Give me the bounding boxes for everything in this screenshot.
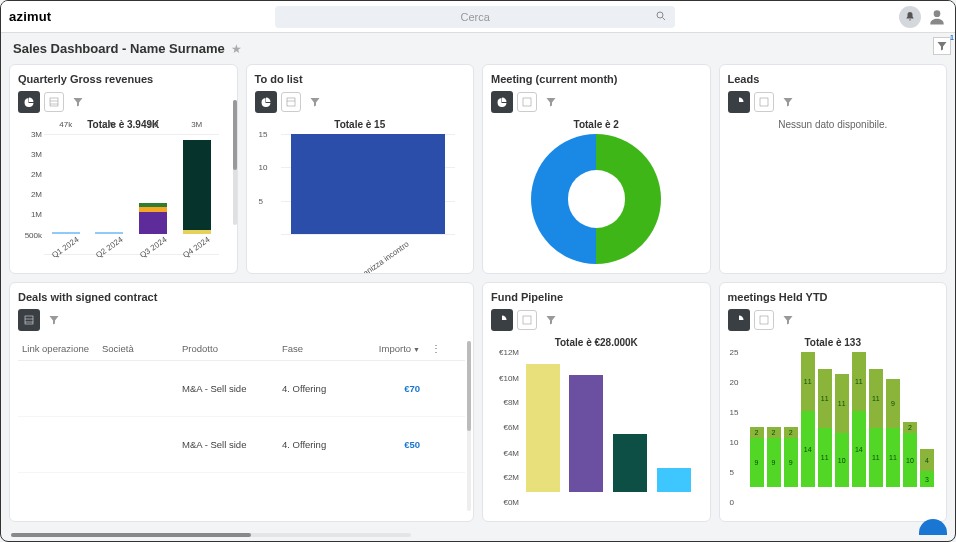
col-fase[interactable]: Fase [278,337,368,360]
chart-scrollbar[interactable] [233,100,237,225]
card-title: Quarterly Gross revenues [18,73,229,85]
bell-icon [904,11,916,23]
table-icon [285,96,297,108]
card-toolbar [728,91,939,113]
donut-chart-icon [733,96,745,108]
top-actions [899,6,947,28]
svg-rect-3 [50,98,58,106]
filter-button[interactable] [44,310,64,330]
meetings-chart: 25 20 15 10 5 0 29 29 29 1114 1111 1110 … [750,352,935,502]
search-input[interactable] [285,11,665,23]
card-title: Leads [728,73,939,85]
funnel-icon [545,96,557,108]
table-view-button[interactable] [754,92,774,112]
meeting-donut-chart [531,134,661,264]
card-title: meetings Held YTD [728,291,939,303]
fund-chart: €12M €10M €8M €6M €4M €2M €0M [521,352,696,502]
card-meeting: Meeting (current month) Totale è 2 [482,64,711,274]
filter-button[interactable] [778,310,798,330]
table-header: Link operazione Società Prodotto Fase Im… [18,337,465,361]
table-view-button[interactable] [517,310,537,330]
svg-rect-9 [760,98,768,106]
card-toolbar [491,91,702,113]
filter-button[interactable] [541,92,561,112]
sort-desc-icon: ▼ [413,346,420,353]
card-todo: To do list Totale è 15 15 10 5 Organizza… [246,64,475,274]
svg-line-1 [663,17,666,20]
donut-chart-icon [496,314,508,326]
card-title: Fund Pipeline [491,291,702,303]
funnel-icon [782,314,794,326]
table-icon [521,314,533,326]
table-icon [758,314,770,326]
table-scrollbar[interactable] [467,341,471,511]
filter-button[interactable] [305,92,325,112]
page-filter-button[interactable]: 1 [933,37,951,55]
star-icon[interactable]: ★ [231,42,242,56]
donut-chart-icon [23,96,35,108]
chart-total: Totale è €28.000K [491,337,702,348]
svg-rect-13 [523,316,531,324]
card-toolbar [255,91,466,113]
page-title: Sales Dashboard - Name Surname [13,41,225,56]
card-leads: Leads Nessun dato disponibile. [719,64,948,274]
svg-rect-14 [760,316,768,324]
card-toolbar [728,309,939,331]
table-view-button[interactable] [44,92,64,112]
user-avatar-icon[interactable] [927,7,947,27]
table-view-button[interactable] [18,309,40,331]
svg-point-0 [657,12,663,18]
filter-badge: 1 [950,34,954,41]
topbar: azimut [1,1,955,33]
table-row[interactable] [18,473,465,522]
table-body: M&A - Sell side 4. Offering €70 M&A - Se… [18,361,465,522]
chart-view-button[interactable] [491,309,513,331]
todo-chart: 15 10 5 [281,134,456,234]
card-toolbar [491,309,702,331]
chart-view-button[interactable] [728,309,750,331]
table-view-button[interactable] [517,92,537,112]
filter-button[interactable] [541,310,561,330]
col-link[interactable]: Link operazione [18,337,98,360]
funnel-icon [309,96,321,108]
table-icon [48,96,60,108]
card-toolbar [18,91,229,113]
card-deals: Deals with signed contract Link operazio… [9,282,474,522]
card-toolbar [18,309,465,331]
table-view-button[interactable] [754,310,774,330]
brand-logo: azimut [9,9,51,24]
deals-table: Link operazione Società Prodotto Fase Im… [18,337,465,522]
filter-button[interactable] [68,92,88,112]
table-row[interactable]: M&A - Sell side 4. Offering €50 [18,417,465,473]
search-box[interactable] [275,6,675,28]
col-prodotto[interactable]: Prodotto [178,337,278,360]
card-title: Deals with signed contract [18,291,465,303]
chart-total: Totale è 15 [255,119,466,130]
chart-view-button[interactable] [728,91,750,113]
svg-rect-8 [523,98,531,106]
col-menu-button[interactable]: ⋮ [424,337,448,360]
card-title: Meeting (current month) [491,73,702,85]
funnel-icon [545,314,557,326]
filter-button[interactable] [778,92,798,112]
funnel-icon [48,314,60,326]
chart-view-button[interactable] [18,91,40,113]
chart-view-button[interactable] [255,91,277,113]
table-icon [23,314,35,326]
funnel-icon [72,96,84,108]
notifications-button[interactable] [899,6,921,28]
page-horizontal-scrollbar[interactable] [11,533,411,537]
search-icon [655,10,667,22]
chart-total: Totale è 133 [728,337,939,348]
chart-view-button[interactable] [491,91,513,113]
card-fund-pipeline: Fund Pipeline Totale è €28.000K €12M €10… [482,282,711,522]
svg-rect-6 [287,98,295,106]
card-quarterly: Quarterly Gross revenues Totale è 3.949K… [9,64,238,274]
table-row[interactable]: M&A - Sell side 4. Offering €70 [18,361,465,417]
no-data-message: Nessun dato disponibile. [728,119,939,130]
col-societa[interactable]: Società [98,337,178,360]
col-importo[interactable]: Importo▼ [368,337,424,360]
quarterly-chart: 3M 3M 2M 2M 1M 500k 47kQ1 2024 37kQ2 202… [44,134,219,254]
table-view-button[interactable] [281,92,301,112]
donut-chart-icon [260,96,272,108]
